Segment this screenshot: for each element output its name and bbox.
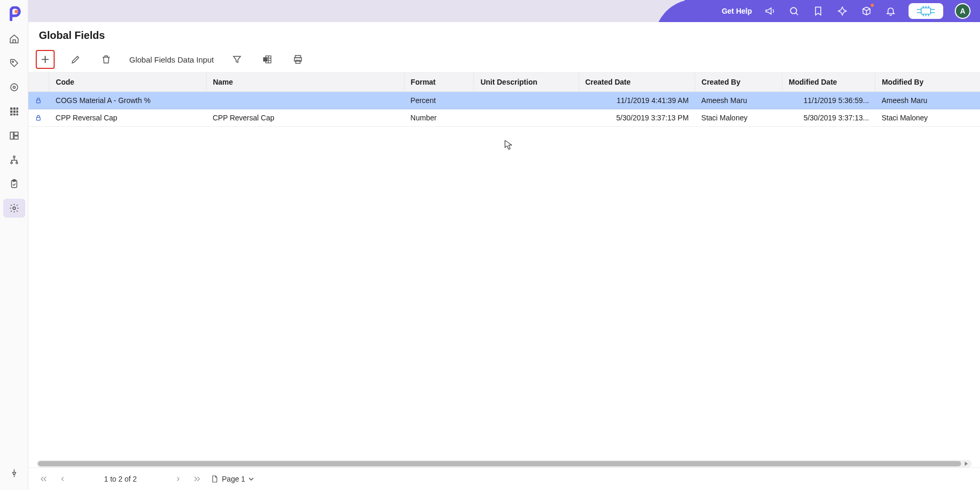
cell-modified-date: 5/30/2019 3:37:13... bbox=[782, 109, 875, 127]
col-created-date[interactable]: Created Date bbox=[579, 73, 695, 92]
lock-icon bbox=[28, 92, 49, 109]
horizontal-scrollbar[interactable] bbox=[37, 460, 972, 467]
cell-modified-date: 11/1/2019 5:36:59... bbox=[782, 92, 875, 109]
svg-rect-11 bbox=[13, 114, 15, 115]
svg-point-16 bbox=[13, 156, 15, 158]
chevron-down-icon bbox=[249, 476, 254, 482]
page-icon bbox=[210, 475, 219, 483]
pagination-footer: 1 to 2 of 2 Page 1 bbox=[28, 467, 980, 490]
svg-rect-10 bbox=[10, 114, 12, 115]
delete-button[interactable] bbox=[97, 50, 116, 69]
cell-unit-description bbox=[474, 109, 579, 127]
scrollbar-thumb[interactable] bbox=[38, 461, 961, 466]
table-container: Code Name Format Unit Description Create… bbox=[28, 73, 980, 460]
cell-format: Percent bbox=[404, 92, 474, 109]
header-right: Get Help bbox=[685, 0, 980, 22]
compass-icon[interactable] bbox=[836, 5, 849, 17]
svg-rect-8 bbox=[13, 110, 15, 113]
svg-rect-13 bbox=[10, 132, 13, 139]
svg-point-3 bbox=[13, 86, 15, 88]
megaphone-icon[interactable] bbox=[764, 5, 776, 17]
package-icon[interactable] bbox=[860, 5, 873, 17]
filter-button[interactable] bbox=[228, 50, 246, 69]
svg-rect-30 bbox=[37, 100, 40, 103]
nav-tag-icon[interactable] bbox=[3, 54, 25, 73]
svg-point-2 bbox=[11, 84, 17, 90]
left-sidebar bbox=[0, 0, 28, 490]
svg-rect-9 bbox=[16, 110, 18, 113]
cell-modified-by: Ameesh Maru bbox=[875, 92, 980, 109]
col-code[interactable]: Code bbox=[49, 73, 207, 92]
cell-created-date: 11/1/2019 4:41:39 AM bbox=[579, 92, 695, 109]
nav-settings-icon[interactable] bbox=[3, 199, 25, 218]
svg-rect-5 bbox=[13, 108, 15, 110]
print-button[interactable] bbox=[288, 50, 307, 69]
svg-point-1 bbox=[12, 61, 14, 63]
svg-rect-6 bbox=[16, 108, 18, 110]
scrollbar-right-arrow[interactable] bbox=[962, 460, 971, 467]
search-icon[interactable] bbox=[788, 5, 800, 17]
svg-rect-12 bbox=[16, 114, 18, 115]
get-help-link[interactable]: Get Help bbox=[721, 7, 752, 15]
data-input-link[interactable]: Global Fields Data Input bbox=[127, 52, 216, 67]
table-header-row: Code Name Format Unit Description Create… bbox=[28, 73, 980, 92]
edit-button[interactable] bbox=[66, 50, 85, 69]
pager-next-icon[interactable] bbox=[172, 473, 184, 485]
col-created-by[interactable]: Created By bbox=[695, 73, 782, 92]
circuit-chip-button[interactable] bbox=[909, 3, 943, 19]
cell-created-by: Ameesh Maru bbox=[695, 92, 782, 109]
nav-home-icon[interactable] bbox=[3, 29, 25, 48]
svg-rect-15 bbox=[14, 136, 18, 139]
cell-unit-description bbox=[474, 92, 579, 109]
page-selector-label: Page 1 bbox=[222, 475, 245, 483]
svg-rect-29 bbox=[296, 60, 300, 64]
table-row[interactable]: COGS Material A - Growth %Percent11/1/20… bbox=[28, 92, 980, 109]
pager-prev-icon[interactable] bbox=[57, 473, 68, 485]
lock-icon bbox=[28, 109, 49, 127]
pager-range-label: 1 to 2 of 2 bbox=[104, 475, 137, 483]
bell-icon[interactable] bbox=[884, 5, 897, 17]
page-title: Global Fields bbox=[28, 22, 980, 47]
svg-rect-23 bbox=[921, 8, 931, 14]
col-modified-by[interactable]: Modified By bbox=[875, 73, 980, 92]
svg-rect-4 bbox=[10, 108, 12, 110]
svg-rect-31 bbox=[37, 117, 40, 120]
cell-name: CPP Reversal Cap bbox=[207, 109, 404, 127]
svg-rect-14 bbox=[14, 132, 18, 135]
nav-pin-icon[interactable] bbox=[3, 464, 25, 483]
cell-name bbox=[207, 92, 404, 109]
nav-hierarchy-icon[interactable] bbox=[3, 150, 25, 169]
cell-modified-by: Staci Maloney bbox=[875, 109, 980, 127]
col-unit-description[interactable]: Unit Description bbox=[474, 73, 579, 92]
cell-created-date: 5/30/2019 3:37:13 PM bbox=[579, 109, 695, 127]
svg-point-21 bbox=[13, 207, 15, 210]
add-button[interactable] bbox=[36, 50, 55, 69]
export-excel-button[interactable]: X bbox=[258, 50, 277, 69]
svg-point-22 bbox=[790, 7, 797, 14]
pager-first-icon[interactable] bbox=[38, 473, 49, 485]
global-fields-table: Code Name Format Unit Description Create… bbox=[28, 73, 980, 127]
app-logo[interactable] bbox=[5, 4, 24, 23]
table-row[interactable]: CPP Reversal CapCPP Reversal CapNumber5/… bbox=[28, 109, 980, 127]
page-selector[interactable]: Page 1 bbox=[210, 475, 253, 483]
svg-point-0 bbox=[14, 10, 17, 13]
nav-target-icon[interactable] bbox=[3, 78, 25, 97]
nav-clipboard-icon[interactable] bbox=[3, 175, 25, 193]
cursor-icon bbox=[504, 140, 513, 150]
svg-rect-20 bbox=[13, 180, 15, 181]
pager-last-icon[interactable] bbox=[191, 473, 203, 485]
cell-created-by: Staci Maloney bbox=[695, 109, 782, 127]
cell-code: CPP Reversal Cap bbox=[49, 109, 207, 127]
col-lock[interactable] bbox=[28, 73, 49, 92]
bookmark-icon[interactable] bbox=[812, 5, 824, 17]
user-avatar[interactable]: A bbox=[955, 3, 971, 19]
col-name[interactable]: Name bbox=[207, 73, 404, 92]
nav-grid-icon[interactable] bbox=[3, 102, 25, 121]
col-format[interactable]: Format bbox=[404, 73, 474, 92]
cell-code: COGS Material A - Growth % bbox=[49, 92, 207, 109]
col-modified-date[interactable]: Modified Date bbox=[782, 73, 875, 92]
main-area: Get Help bbox=[28, 0, 980, 490]
top-header: Get Help bbox=[28, 0, 980, 22]
nav-layout-icon[interactable] bbox=[3, 126, 25, 145]
toolbar: Global Fields Data Input X bbox=[28, 47, 980, 73]
